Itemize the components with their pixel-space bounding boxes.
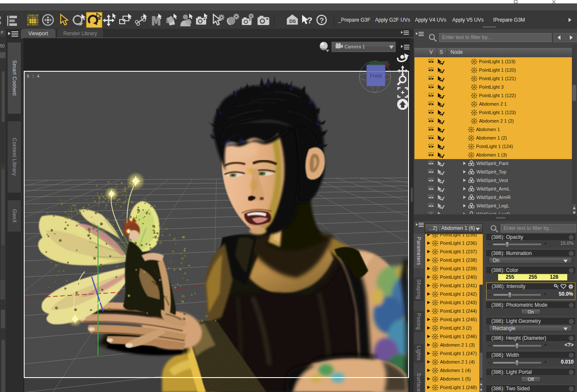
svg-text:DS: DS <box>289 19 296 24</box>
svg-text:?: ? <box>319 17 324 25</box>
svg-text:Front: Front <box>370 73 382 79</box>
svg-text:5 : 4: 5 : 4 <box>27 74 39 79</box>
svg-text:?: ? <box>307 16 312 25</box>
svg-text:Camera 1: Camera 1 <box>345 44 365 49</box>
